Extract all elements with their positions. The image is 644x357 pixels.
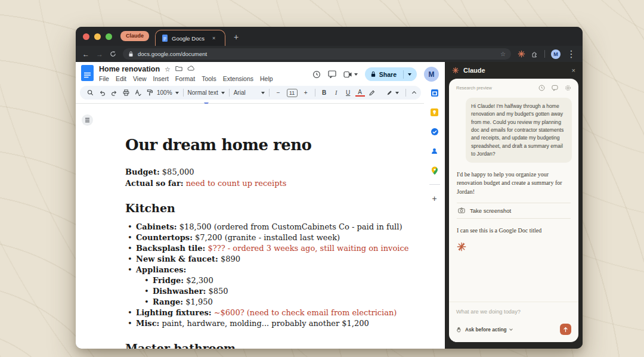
bookmark-star-icon[interactable]: ☆ bbox=[500, 51, 506, 57]
tool-action-label: Take screenshot bbox=[470, 207, 511, 214]
mode-chevron-icon bbox=[509, 327, 513, 331]
cloud-status-icon[interactable] bbox=[187, 66, 195, 71]
menu-extensions[interactable]: Extensions bbox=[223, 75, 253, 82]
claude-extension-badge[interactable]: Claude bbox=[120, 31, 149, 41]
google-docs-logo[interactable] bbox=[81, 65, 94, 81]
settings-gear-icon[interactable] bbox=[565, 85, 571, 91]
bold-button[interactable]: B bbox=[320, 89, 329, 96]
side-panel-divider bbox=[429, 184, 440, 185]
close-panel-icon[interactable]: × bbox=[572, 67, 575, 74]
google-side-panel: + bbox=[424, 84, 445, 349]
docs-toolbar: 100% Normal text Arial − 11 + B I U A bbox=[80, 86, 421, 100]
budget-line: Budget: $85,000 bbox=[125, 167, 411, 178]
new-tab-button[interactable]: + bbox=[234, 32, 239, 42]
actual-line: Actual so far: need to count up receipts bbox=[125, 178, 411, 190]
claude-logo-icon bbox=[452, 67, 459, 74]
font-size-increase[interactable]: + bbox=[301, 89, 311, 96]
zoom-select[interactable]: 100% bbox=[157, 89, 179, 96]
outline-grid-icon bbox=[85, 117, 90, 123]
comments-icon[interactable] bbox=[328, 70, 336, 78]
font-select[interactable]: Arial bbox=[234, 89, 265, 96]
tab-title: Google Docs bbox=[172, 35, 205, 42]
browser-menu-icon[interactable]: ⋮ bbox=[566, 48, 576, 60]
reload-icon[interactable] bbox=[110, 51, 116, 57]
keep-icon[interactable] bbox=[431, 108, 438, 116]
search-menus-icon[interactable] bbox=[85, 89, 95, 96]
font-size-field[interactable]: 11 bbox=[287, 89, 298, 97]
star-document-icon[interactable]: ☆ bbox=[165, 66, 171, 73]
menu-view[interactable]: View bbox=[133, 75, 147, 82]
hand-icon bbox=[456, 327, 462, 333]
doc-heading: Our dream home reno bbox=[125, 135, 411, 155]
menu-insert[interactable]: Insert bbox=[153, 75, 169, 82]
tool-use-row[interactable]: Take screenshot bbox=[457, 203, 571, 219]
tab-google-docs[interactable]: Google Docs × bbox=[155, 30, 225, 46]
zoom-window-button[interactable] bbox=[106, 33, 112, 40]
paragraph-style-select[interactable]: Normal text bbox=[188, 89, 225, 96]
forward-icon[interactable]: → bbox=[96, 51, 103, 58]
tasks-icon[interactable] bbox=[431, 128, 439, 136]
chat-history-icon[interactable] bbox=[538, 85, 545, 91]
bullet-backsplash: Backsplash tile: $??? - ordered 3 weeks … bbox=[125, 243, 411, 254]
claude-thinking-spark-icon bbox=[457, 242, 466, 252]
permission-mode-select[interactable]: Ask before acting bbox=[456, 327, 512, 333]
claude-extension-icon[interactable] bbox=[518, 50, 525, 58]
underline-button[interactable]: U bbox=[343, 89, 353, 96]
move-folder-icon[interactable] bbox=[175, 66, 182, 72]
print-icon[interactable] bbox=[121, 89, 131, 96]
back-icon[interactable]: ← bbox=[82, 51, 89, 58]
menu-edit[interactable]: Edit bbox=[116, 75, 126, 82]
share-label: Share bbox=[379, 71, 397, 78]
kitchen-list: Cabinets: $18,500 (ordered from CustomCa… bbox=[125, 222, 411, 329]
bullet-sink: New sink & faucet: $890 bbox=[125, 254, 411, 265]
undo-icon[interactable] bbox=[97, 90, 107, 96]
menu-tools[interactable]: Tools bbox=[202, 75, 216, 82]
close-window-button[interactable] bbox=[83, 33, 89, 40]
claude-input-area[interactable]: What are we doing today? Ask before acti… bbox=[449, 302, 578, 342]
italic-button[interactable]: I bbox=[332, 89, 341, 96]
video-call-control[interactable] bbox=[343, 71, 358, 78]
new-chat-icon[interactable] bbox=[552, 85, 558, 91]
kitchen-heading: Kitchen bbox=[125, 201, 411, 216]
menu-format[interactable]: Format bbox=[175, 75, 195, 82]
share-chevron-icon[interactable] bbox=[408, 73, 411, 77]
calendar-icon[interactable] bbox=[431, 89, 439, 97]
send-button[interactable] bbox=[560, 324, 571, 335]
share-button[interactable]: Share bbox=[365, 67, 417, 81]
address-bar[interactable]: docs.google.com/document ☆ bbox=[123, 48, 511, 60]
url-text: docs.google.com/document bbox=[138, 51, 207, 57]
document-canvas[interactable]: Our dream home reno Budget: $85,000 Actu… bbox=[76, 104, 424, 349]
redo-icon[interactable] bbox=[109, 90, 119, 96]
version-history-icon[interactable] bbox=[312, 70, 321, 79]
bullet-misc: Misc: paint, hardware, molding... probab… bbox=[125, 318, 411, 329]
document-title[interactable]: Home renovation bbox=[99, 65, 160, 73]
bullet-dishwasher: Dishwasher: $850 bbox=[142, 286, 411, 297]
account-avatar[interactable]: M bbox=[424, 67, 439, 82]
share-lock-icon bbox=[370, 71, 376, 77]
hide-menus-icon[interactable] bbox=[412, 91, 416, 95]
text-color-button[interactable]: A bbox=[355, 89, 365, 97]
master-bathroom-heading: Master bathroom bbox=[125, 341, 411, 349]
menu-help[interactable]: Help bbox=[260, 75, 273, 82]
bullet-lighting: Lighting fixtures: ~$600? (need to check… bbox=[125, 308, 411, 318]
contacts-icon[interactable] bbox=[431, 147, 438, 155]
minimize-window-button[interactable] bbox=[94, 33, 101, 40]
research-preview-badge: Research preview bbox=[456, 85, 492, 91]
get-addons-button[interactable]: + bbox=[432, 194, 436, 203]
editing-mode-select[interactable] bbox=[386, 89, 399, 96]
font-size-decrease[interactable]: − bbox=[274, 89, 283, 96]
highlight-icon[interactable] bbox=[367, 89, 377, 96]
chat-input-placeholder[interactable]: What are we doing today? bbox=[456, 309, 571, 315]
browser-profile-avatar[interactable]: M bbox=[551, 49, 561, 59]
spellcheck-icon[interactable] bbox=[133, 89, 143, 96]
extensions-icon[interactable] bbox=[531, 51, 538, 58]
paint-format-icon[interactable] bbox=[145, 89, 154, 96]
share-divider bbox=[403, 70, 404, 79]
camera-icon bbox=[458, 207, 465, 213]
document-outline-button[interactable] bbox=[82, 114, 93, 126]
menu-file[interactable]: File bbox=[99, 75, 109, 82]
claude-panel: Claude × Research preview Hi Claude! I'm… bbox=[445, 62, 583, 349]
maps-icon[interactable] bbox=[431, 166, 438, 175]
tab-close-icon[interactable]: × bbox=[212, 35, 215, 41]
google-docs-app: Home renovation ☆ File Edit View Insert … bbox=[76, 62, 445, 349]
